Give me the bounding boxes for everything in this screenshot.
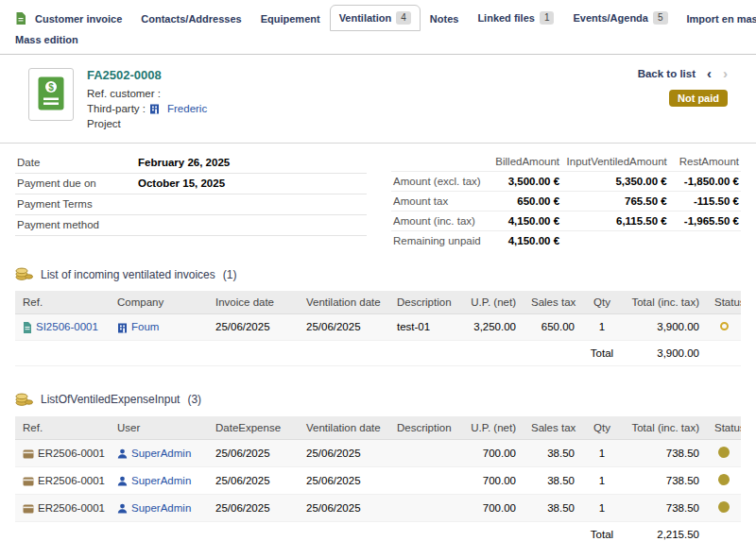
- cell-status: [707, 439, 741, 466]
- page: Customer invoice Contacts/Addresses Equi…: [0, 0, 756, 541]
- tab-equipement[interactable]: Equipement: [251, 7, 330, 31]
- field-label: Date: [17, 157, 138, 169]
- cell-sales-tax: 38.50: [524, 439, 582, 466]
- tab-label: Notes: [430, 13, 459, 25]
- field-label: Payment Terms: [17, 198, 138, 211]
- tab-badge: 1: [540, 11, 555, 25]
- bill-icon: $: [37, 76, 65, 114]
- cell-up-net: 700.00: [455, 466, 524, 494]
- cell-status: [707, 314, 741, 341]
- expense-ref-link[interactable]: ER2506-0001: [38, 448, 105, 459]
- total-value: 3,900.00: [622, 340, 707, 365]
- next-record-arrow[interactable]: ›: [723, 68, 728, 79]
- section-title-text: ListOfVentiledExpenseInput: [41, 393, 180, 406]
- invoice-ref-link[interactable]: SI2506-0001: [36, 321, 98, 332]
- cell-total: 738.50: [622, 466, 707, 494]
- col-header-description: Description: [389, 416, 455, 440]
- field-row-date: Date February 26, 2025: [15, 153, 367, 174]
- field-value: October 15, 2025: [138, 178, 225, 190]
- third-party-label: Third-party :: [87, 103, 146, 114]
- cell-ref: ER2506-0001: [15, 439, 110, 466]
- table-row: ER2506-0001 SuperAdmin 25/06/2025 25/06/…: [15, 494, 741, 521]
- cell-sales-tax: 650.00: [524, 314, 582, 341]
- table-total-row: Total 3,900.00: [15, 340, 741, 365]
- table-total-row: Total 2,215.50: [15, 521, 741, 541]
- cell-description: [389, 466, 455, 494]
- cell-ventilation-date: 25/06/2025: [299, 494, 389, 521]
- invoice-ref: FA2502-0008: [87, 68, 207, 82]
- tab-label: Events/Agenda: [573, 12, 647, 24]
- cell-description: test-01: [389, 314, 455, 341]
- status-ring-icon: [720, 322, 729, 330]
- col-header-up-net: U.P. (net): [455, 291, 524, 314]
- total-spacer: [15, 340, 582, 365]
- amounts-header-billed: BilledAmount: [487, 153, 561, 172]
- user-link[interactable]: SuperAdmin: [131, 475, 191, 486]
- previous-record-arrow[interactable]: ‹: [707, 68, 712, 79]
- ventiled-expense-table: Ref. User DateExpense Ventilation date D…: [15, 416, 741, 541]
- col-header-qty: Qty: [582, 416, 622, 440]
- cell-ventilation-date: 25/06/2025: [299, 314, 389, 341]
- field-label: Payment due on: [17, 178, 138, 190]
- table-row: SI2506-0001 Foum 25/06/2025 25/06/2025 t…: [15, 314, 741, 341]
- cell-date-expense: 25/06/2025: [208, 466, 299, 494]
- section-title-ventiled-expense: ListOfVentiledExpenseInput (3): [15, 391, 741, 409]
- cell-user: SuperAdmin: [110, 466, 208, 494]
- tab-label: Linked files: [477, 12, 535, 24]
- tab-events-agenda[interactable]: Events/Agenda 5: [563, 5, 677, 31]
- col-header-ventilation-date: Ventilation date: [299, 291, 389, 314]
- building-icon: [149, 104, 160, 114]
- tab-import-en-masse[interactable]: Import en masse: [678, 7, 756, 31]
- amount-billed: 650.00 €: [487, 192, 561, 211]
- status-dot-icon: [718, 447, 730, 458]
- cell-invoice-date: 25/06/2025: [208, 314, 299, 341]
- cell-total: 738.50: [622, 439, 707, 466]
- tab-notes[interactable]: Notes: [421, 7, 469, 31]
- tab-ventilation[interactable]: Ventilation 4: [330, 5, 421, 31]
- expense-ref-link[interactable]: ER2506-0001: [38, 475, 105, 486]
- tab-linked-files[interactable]: Linked files 1: [468, 5, 563, 31]
- cell-ref: ER2506-0001: [15, 466, 110, 494]
- table-row: ER2506-0001 SuperAdmin 25/06/2025 25/06/…: [15, 439, 741, 466]
- user-icon: [117, 476, 128, 486]
- cell-up-net: 700.00: [455, 439, 524, 466]
- cell-qty: 1: [582, 494, 622, 521]
- field-value: February 26, 2025: [138, 157, 230, 169]
- amounts-panel: BilledAmount InputVentiledAmount RestAmo…: [391, 153, 741, 250]
- tab-contacts-addresses[interactable]: Contacts/Addresses: [131, 7, 250, 31]
- amount-ventiled: 765.50 €: [561, 192, 669, 211]
- ref-customer-label: Ref. customer :: [87, 88, 161, 99]
- tab-mass-edition[interactable]: Mass edition: [15, 34, 78, 45]
- tab-customer-invoice[interactable]: Customer invoice: [6, 6, 131, 31]
- user-link[interactable]: SuperAdmin: [131, 448, 191, 459]
- col-header-qty: Qty: [582, 291, 622, 314]
- expense-ref-link[interactable]: ER2506-0001: [38, 502, 105, 514]
- cell-total: 738.50: [622, 494, 707, 521]
- incoming-invoices-table: Ref. Company Invoice date Ventilation da…: [15, 291, 741, 366]
- total-status-empty: [707, 340, 741, 365]
- cell-qty: 1: [582, 439, 622, 466]
- amounts-row-remaining: Remaining unpaid 4,150.00 €: [391, 231, 741, 251]
- back-to-list-link[interactable]: Back to list: [638, 68, 696, 79]
- amount-billed: 3,500.00 €: [487, 172, 561, 192]
- expense-report-icon: [23, 477, 34, 486]
- col-header-ref: Ref.: [15, 291, 110, 314]
- amounts-row-inc-tax: Amount (inc. tax) 4,150.00 € 6,115.50 € …: [391, 211, 741, 231]
- field-row-payment-due: Payment due on October 15, 2025: [15, 174, 367, 194]
- amounts-row-tax: Amount tax 650.00 € 765.50 € -115.50 €: [391, 192, 741, 211]
- cell-qty: 1: [582, 466, 622, 494]
- amount-ventiled: 6,115.50 €: [561, 211, 669, 231]
- company-link[interactable]: Foum: [131, 321, 159, 332]
- field-row-payment-method: Payment method: [15, 215, 367, 236]
- section-title-text: List of incoming ventilated invoices: [41, 268, 215, 281]
- amount-label: Amount (inc. tax): [391, 211, 487, 231]
- cell-description: [389, 439, 455, 466]
- status-dot-icon: [718, 501, 730, 513]
- tab-label: Ventilation: [339, 12, 392, 24]
- object-banner: $ FA2502-0008 Ref. customer : Third-part…: [0, 55, 756, 144]
- col-header-sales-tax: Sales tax: [524, 416, 582, 440]
- third-party-link[interactable]: Frederic: [167, 103, 207, 114]
- user-link[interactable]: SuperAdmin: [131, 502, 191, 514]
- coins-icon: [15, 265, 33, 283]
- tab-label: Import en masse: [687, 13, 756, 25]
